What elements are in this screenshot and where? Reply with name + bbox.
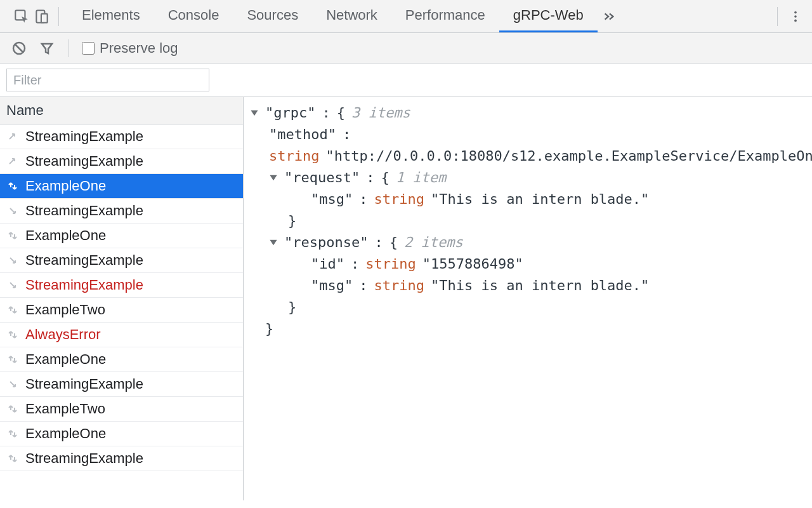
- brace: {: [337, 102, 345, 124]
- separator: [777, 7, 778, 26]
- tab-performance[interactable]: Performance: [391, 0, 499, 32]
- request-row[interactable]: ExampleOne: [0, 347, 243, 372]
- more-tabs-icon[interactable]: [598, 5, 620, 28]
- svg-point-4: [794, 15, 797, 18]
- unary-icon: [6, 427, 19, 440]
- toolbar: Preserve log: [0, 33, 812, 64]
- unary-icon: [6, 353, 19, 366]
- json-value: "1557886498": [422, 253, 523, 275]
- json-key: "request": [284, 167, 360, 189]
- request-row[interactable]: ExampleTwo: [0, 397, 243, 422]
- json-key: "response": [284, 232, 368, 253]
- request-name: StreamingExample: [25, 277, 143, 293]
- disclosure-triangle-icon[interactable]: [269, 173, 278, 182]
- json-value: "This is an intern blade.": [431, 275, 649, 297]
- devtools-menu-icon[interactable]: [784, 5, 807, 28]
- json-request-msg: "msg" : string "This is an intern blade.…: [250, 189, 812, 210]
- unary-icon: [6, 180, 19, 192]
- json-response-id: "id" : string "1557886498": [250, 253, 812, 275]
- request-row[interactable]: ExampleOne: [0, 174, 243, 199]
- request-name: ExampleTwo: [25, 302, 105, 318]
- stream-down-icon: [6, 204, 19, 217]
- request-list-pane: Name StreamingExampleStreamingExampleExa…: [0, 97, 244, 500]
- json-request[interactable]: "request" : { 1 item: [250, 167, 812, 189]
- brace: {: [381, 167, 389, 189]
- json-key: "msg": [311, 189, 353, 210]
- request-list: StreamingExampleStreamingExampleExampleO…: [0, 124, 243, 500]
- request-row[interactable]: StreamingExample: [0, 273, 243, 298]
- stream-down-icon: [6, 279, 19, 291]
- request-row[interactable]: ExampleTwo: [0, 298, 243, 323]
- request-name: StreamingExample: [25, 252, 143, 269]
- colon: :: [322, 102, 330, 124]
- json-key: "id": [311, 253, 344, 275]
- tab-network[interactable]: Network: [312, 0, 391, 32]
- request-name: AlwaysError: [25, 326, 101, 343]
- preserve-log-label: Preserve log: [100, 40, 178, 57]
- json-root-close: }: [250, 318, 812, 340]
- preserve-log[interactable]: Preserve log: [82, 40, 178, 57]
- json-item-count: 3 items: [351, 102, 410, 124]
- unary-icon: [6, 452, 19, 465]
- colon: :: [359, 189, 367, 210]
- request-row[interactable]: StreamingExample: [0, 199, 243, 224]
- request-row[interactable]: StreamingExample: [0, 446, 243, 471]
- stream-up-icon: [6, 130, 19, 143]
- json-key: "msg": [311, 275, 353, 297]
- inspect-element-icon[interactable]: [11, 6, 32, 27]
- json-type: string: [269, 145, 319, 167]
- unary-icon: [6, 403, 19, 415]
- request-name: StreamingExample: [25, 128, 143, 145]
- stream-down-icon: [6, 378, 19, 391]
- request-row[interactable]: ExampleOne: [0, 224, 243, 248]
- filter-input[interactable]: [6, 69, 209, 91]
- tab-sources[interactable]: Sources: [233, 0, 312, 32]
- request-row[interactable]: StreamingExample: [0, 248, 243, 273]
- json-value: "This is an intern blade.": [431, 189, 649, 210]
- brace: {: [390, 232, 398, 253]
- request-row[interactable]: ExampleOne: [0, 422, 243, 446]
- json-root[interactable]: "grpc" : { 3 items: [250, 102, 812, 124]
- tab-label: Sources: [247, 7, 298, 23]
- json-item-count: 1 item: [396, 167, 446, 189]
- request-row[interactable]: StreamingExample: [0, 149, 243, 174]
- colon: :: [343, 124, 351, 145]
- filter-row: [0, 64, 812, 97]
- colon: :: [374, 232, 383, 253]
- request-row[interactable]: AlwaysError: [0, 323, 243, 347]
- unary-icon: [6, 328, 19, 341]
- disclosure-triangle-icon[interactable]: [250, 109, 259, 117]
- json-value: "http://0.0.0.0:18080/s12.example.Exampl…: [325, 145, 812, 167]
- tab-label: Console: [168, 7, 219, 23]
- unary-icon: [6, 304, 19, 316]
- json-response-close: }: [250, 297, 812, 318]
- tab-grpc-web[interactable]: gRPC-Web: [499, 0, 598, 32]
- preserve-log-checkbox[interactable]: [82, 42, 95, 55]
- request-name: StreamingExample: [25, 203, 143, 219]
- brace: }: [288, 297, 296, 318]
- clear-log-icon[interactable]: [10, 39, 28, 57]
- svg-point-3: [794, 11, 797, 13]
- json-request-close: }: [250, 210, 812, 232]
- request-name: ExampleOne: [25, 425, 106, 442]
- tab-label: gRPC-Web: [513, 7, 584, 23]
- colon: :: [359, 275, 367, 297]
- disclosure-triangle-icon[interactable]: [269, 238, 278, 247]
- tab-console[interactable]: Console: [154, 0, 233, 32]
- request-name: ExampleOne: [25, 351, 106, 368]
- stream-up-icon: [6, 155, 19, 168]
- devtools-tabbar: Elements Console Sources Network Perform…: [0, 0, 812, 33]
- request-row[interactable]: StreamingExample: [0, 124, 243, 149]
- main-split: Name StreamingExampleStreamingExampleExa…: [0, 97, 812, 500]
- request-name: StreamingExample: [25, 376, 143, 392]
- filter-icon[interactable]: [38, 39, 56, 57]
- svg-rect-2: [41, 13, 48, 22]
- request-row[interactable]: StreamingExample: [0, 372, 243, 397]
- svg-point-5: [794, 19, 797, 22]
- json-response[interactable]: "response" : { 2 items: [250, 232, 812, 253]
- json-key: "method": [269, 124, 336, 145]
- json-type: string: [374, 275, 424, 297]
- list-header: Name: [0, 97, 243, 124]
- device-toggle-icon[interactable]: [32, 6, 52, 27]
- tab-elements[interactable]: Elements: [68, 0, 154, 32]
